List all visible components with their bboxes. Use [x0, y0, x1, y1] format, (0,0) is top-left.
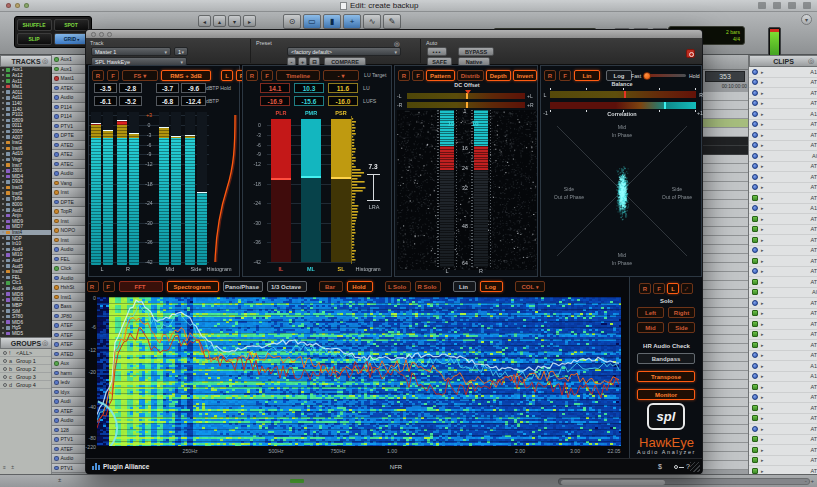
- plugin-titlebar[interactable]: [86, 30, 702, 38]
- record-enable-icon[interactable]: [54, 466, 59, 471]
- edit-track-lane[interactable]: [703, 119, 748, 128]
- record-enable-icon[interactable]: [54, 76, 59, 81]
- tool-button[interactable]: +: [343, 14, 361, 29]
- record-enable-icon[interactable]: [54, 276, 59, 281]
- clip-list-item[interactable]: ▸ AT: [749, 130, 817, 141]
- bottom-left-icon[interactable]: ±: [58, 477, 61, 483]
- edit-track-lane[interactable]: [703, 182, 748, 191]
- freeze-button[interactable]: F: [412, 70, 424, 81]
- edit-track-lane[interactable]: [703, 155, 748, 164]
- clip-list-item[interactable]: ▸ AT: [749, 99, 817, 110]
- spectrum-toolbar-button[interactable]: FFT: [119, 281, 163, 292]
- record-enable-icon[interactable]: [54, 352, 59, 357]
- clip-expand-icon[interactable]: ▸: [761, 69, 764, 75]
- edit-track-lane[interactable]: [703, 263, 748, 272]
- spectrum-toolbar-button[interactable]: COL▾: [515, 281, 545, 292]
- record-enable-icon[interactable]: [54, 114, 59, 119]
- edit-track-row[interactable]: ATEC: [52, 160, 86, 170]
- clip-expand-icon[interactable]: ▸: [761, 132, 764, 138]
- clip-expand-icon[interactable]: ▸: [761, 436, 764, 442]
- edit-track-row[interactable]: Inst: [52, 236, 86, 246]
- edit-track-lane[interactable]: [703, 146, 748, 155]
- group-enable-icon[interactable]: [3, 359, 7, 363]
- solo-button[interactable]: Right: [668, 307, 695, 318]
- lin-button[interactable]: Lin: [574, 70, 600, 81]
- automation-button[interactable]: •••: [427, 47, 447, 56]
- edit-track-row[interactable]: DPTE: [52, 198, 86, 208]
- edit-mode-button[interactable]: SHUFFLE: [17, 19, 52, 31]
- tool-button[interactable]: ▭: [303, 14, 321, 29]
- edit-track-lane[interactable]: [703, 299, 748, 308]
- window-minimize-icon[interactable]: [99, 32, 104, 37]
- clip-expand-icon[interactable]: ▸: [761, 310, 764, 316]
- clip-list-item[interactable]: ▸ AT: [749, 424, 817, 435]
- clip-expand-icon[interactable]: ▸: [761, 153, 764, 159]
- clip-expand-icon[interactable]: ▸: [761, 279, 764, 285]
- zoom-button[interactable]: ▴: [213, 15, 226, 27]
- tool-button[interactable]: ∿: [363, 14, 381, 29]
- edit-track-row[interactable]: FEL: [52, 255, 86, 265]
- freeze-button[interactable]: F: [653, 283, 665, 294]
- speed-slider[interactable]: [646, 74, 686, 77]
- target-button[interactable]: [686, 49, 695, 58]
- clip-expand-icon[interactable]: ▸: [761, 331, 764, 337]
- clip-expand-icon[interactable]: ▸: [761, 100, 764, 106]
- edit-mode-button[interactable]: SLIP: [17, 33, 52, 45]
- solo-button[interactable]: Left: [637, 307, 664, 318]
- tracks-panel-header[interactable]: TRACKS◎: [0, 55, 52, 67]
- edit-track-row[interactable]: ATEF: [52, 331, 86, 341]
- edit-track-row[interactable]: ATED: [52, 141, 86, 151]
- bottom-zoom-controls[interactable]: - +: [805, 478, 815, 484]
- edit-track-lane[interactable]: [703, 398, 748, 407]
- record-enable-icon[interactable]: [54, 437, 59, 442]
- window-zoom-icon[interactable]: [107, 32, 112, 37]
- edit-track-lane[interactable]: [703, 452, 748, 461]
- clip-expand-icon[interactable]: ▸: [761, 184, 764, 190]
- spectrum-toolbar-button[interactable]: L Solo: [385, 281, 411, 292]
- plugin-alliance-label[interactable]: Plugin Alliance: [103, 463, 149, 470]
- record-enable-icon[interactable]: [54, 399, 59, 404]
- tool-button[interactable]: ▮: [323, 14, 341, 29]
- retain-button[interactable]: R: [398, 70, 410, 81]
- edit-track-row[interactable]: Aux: [52, 359, 86, 369]
- insert-position[interactable]: 1▾: [174, 47, 188, 56]
- window-minimize-icon[interactable]: [15, 3, 20, 8]
- freeze-button[interactable]: F: [559, 70, 571, 81]
- zoom-button[interactable]: ▾: [228, 15, 241, 27]
- edit-track-row[interactable]: Aux1: [52, 55, 86, 65]
- clip-list-item[interactable]: ▸ AT: [749, 330, 817, 341]
- clip-list-item[interactable]: ▸ A1: [749, 109, 817, 120]
- grid-value-box[interactable]: 353: [705, 71, 745, 82]
- edit-track-lane[interactable]: [703, 308, 748, 317]
- edit-track-row[interactable]: PTV1: [52, 122, 86, 132]
- clip-list-item[interactable]: ▸ AT: [749, 172, 817, 183]
- clip-expand-icon[interactable]: ▸: [761, 226, 764, 232]
- record-enable-icon[interactable]: [54, 361, 59, 366]
- record-enable-icon[interactable]: [54, 333, 59, 338]
- group-list-item[interactable]: aGroup 1: [0, 357, 51, 365]
- group-enable-icon[interactable]: [3, 351, 7, 355]
- edit-track-lane[interactable]: [703, 389, 748, 398]
- record-enable-icon[interactable]: [54, 143, 59, 148]
- group-enable-icon[interactable]: [3, 383, 7, 387]
- clip-expand-icon[interactable]: ▸: [761, 394, 764, 400]
- spectrum-toolbar-button[interactable]: Bar: [319, 281, 343, 292]
- record-enable-icon[interactable]: [54, 67, 59, 72]
- edit-track-row[interactable]: Vang: [52, 179, 86, 189]
- clip-list-item[interactable]: ▸ Al: [749, 288, 817, 299]
- record-enable-icon[interactable]: [54, 219, 59, 224]
- edit-track-lane[interactable]: [703, 92, 748, 101]
- edit-track-lane[interactable]: [703, 281, 748, 290]
- edit-track-lane[interactable]: [703, 245, 748, 254]
- clip-expand-icon[interactable]: ▸: [761, 195, 764, 201]
- tool-button[interactable]: ⊙: [283, 14, 301, 29]
- clip-list-item[interactable]: ▸ AT: [749, 403, 817, 414]
- record-enable-icon[interactable]: [54, 238, 59, 243]
- panel-menu-icon[interactable]: ◎: [42, 339, 48, 347]
- clip-list-item[interactable]: ▸ AT: [749, 120, 817, 131]
- edit-track-lane[interactable]: [703, 335, 748, 344]
- edit-track-lane[interactable]: [703, 434, 748, 443]
- clip-list-item[interactable]: ▸ AT: [749, 309, 817, 320]
- clip-list-item[interactable]: ▸ AT: [749, 141, 817, 152]
- edit-track-row[interactable]: Audio: [52, 274, 86, 284]
